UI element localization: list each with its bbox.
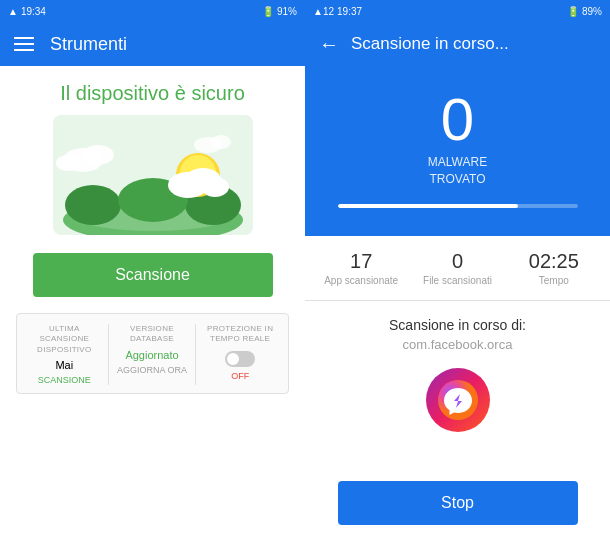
hamburger-line-2 [14,43,34,45]
stat-time: 02:25 Tempo [506,250,602,286]
hamburger-line-1 [14,37,34,39]
svg-point-3 [65,185,121,225]
stat-apps-label: App scansionate [324,275,398,286]
battery-icon-right: 🔋 [567,6,579,17]
scan-hero: 0 MALWARE TROVATO [305,66,610,236]
stat-files: 0 File scansionati [409,250,505,286]
hamburger-icon[interactable] [14,37,34,51]
stat-apps-value: 17 [350,250,372,273]
info-label-scan: ULTIMA SCANSIONE DISPOSITIVO [25,324,104,355]
status-time-left: 19:34 [21,6,46,17]
battery-pct-left: 91% [277,6,297,17]
svg-point-15 [201,177,229,197]
info-label-db: VERSIONE DATABASE [113,324,192,345]
svg-point-8 [56,155,80,171]
right-panel: ▲12 19:37 🔋 89% ← Scansione in corso... … [305,0,610,541]
toolbar-left: Strumenti [0,22,305,66]
info-value-db: Aggiornato [125,349,178,361]
scanning-label: Scansione in corso di: [389,317,526,333]
info-cell-scan: ULTIMA SCANSIONE DISPOSITIVO Mai SCANSIO… [21,324,109,385]
messenger-app-icon [426,368,490,432]
status-bar-right-right: 🔋 89% [567,6,602,17]
status-bar-left-icons: ▲ 19:34 [8,6,46,17]
status-bar-right-left: ▲12 19:37 [313,6,362,17]
info-label-realtime: PROTEZIONE IN TEMPO REALE [200,324,280,345]
svg-point-7 [82,145,114,165]
left-content: Il dispositivo è sicuro [0,66,305,541]
realtime-toggle[interactable] [225,351,255,367]
malware-label: MALWARE TROVATO [428,154,487,188]
info-sub-realtime: OFF [231,371,249,381]
info-cell-realtime: PROTEZIONE IN TEMPO REALE OFF [196,324,284,385]
secure-text: Il dispositivo è sicuro [60,82,245,105]
info-cell-db: VERSIONE DATABASE Aggiornato AGGIORNA OR… [109,324,197,385]
stat-files-value: 0 [452,250,463,273]
toolbar-right: ← Scansione in corso... [305,22,610,66]
signal-icon: ▲ [8,6,18,17]
progress-bar-container [338,204,578,208]
scan-progress-section: Scansione in corso di: com.facebook.orca [305,301,610,541]
toolbar-title-right: Scansione in corso... [351,34,509,54]
scanning-app-name: com.facebook.orca [403,337,513,352]
messenger-icon-svg [438,380,478,420]
battery-icon-left: 🔋 [262,6,274,17]
left-panel: ▲ 19:34 🔋 91% Strumenti Il dispositivo è… [0,0,305,541]
stop-button[interactable]: Stop [338,481,578,525]
malware-count: 0 [441,90,474,150]
info-sub-db[interactable]: AGGIORNA ORA [117,365,187,375]
stat-time-value: 02:25 [529,250,579,273]
stats-row: 17 App scansionate 0 File scansionati 02… [305,236,610,301]
info-grid: ULTIMA SCANSIONE DISPOSITIVO Mai SCANSIO… [16,313,289,394]
status-bar-right: ▲12 19:37 🔋 89% [305,0,610,22]
progress-bar-fill [338,204,518,208]
info-sub-scan[interactable]: SCANSIONE [38,375,91,385]
svg-point-10 [211,135,231,149]
battery-pct-right: 89% [582,6,602,17]
scan-button[interactable]: Scansione [33,253,273,297]
malware-label-1: MALWARE [428,155,487,169]
back-arrow-icon[interactable]: ← [319,33,339,56]
status-bar-right-icons-left: 🔋 91% [262,6,297,17]
toolbar-title-left: Strumenti [50,34,127,55]
stat-time-label: Tempo [539,275,569,286]
signal-icon-right: ▲12 [313,6,334,17]
info-value-scan: Mai [55,359,73,371]
malware-label-2: TROVATO [429,172,485,186]
status-bar-left: ▲ 19:34 🔋 91% [0,0,305,22]
hamburger-line-3 [14,49,34,51]
status-time-right: 19:37 [337,6,362,17]
stat-apps: 17 App scansionate [313,250,409,286]
stat-files-label: File scansionati [423,275,492,286]
secure-illustration [53,115,253,235]
